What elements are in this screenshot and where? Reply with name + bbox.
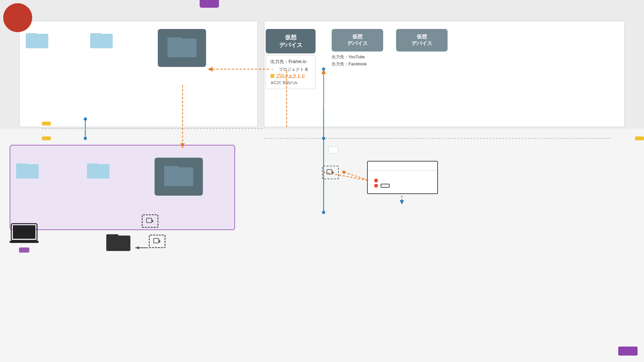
adobe-id-label — [42, 136, 51, 140]
svg-marker-33 — [332, 171, 334, 174]
svg-rect-32 — [327, 170, 332, 174]
studio-label — [618, 347, 638, 356]
svg-marker-22 — [152, 219, 154, 223]
svg-rect-23 — [154, 238, 159, 243]
right-video-icon — [322, 166, 339, 179]
virtual-device-1: 仮想デバイス 出力先：Frame.io ・ プロジェクト B プロジェクト C … — [266, 29, 316, 89]
svg-rect-28 — [13, 225, 35, 239]
top-project-b — [90, 31, 113, 50]
atomos-badge — [3, 3, 32, 32]
download-video-icon — [142, 214, 158, 228]
connect-box — [367, 161, 438, 194]
batch-box — [328, 146, 338, 153]
svg-marker-26 — [135, 246, 139, 249]
bottom-project-a — [16, 161, 39, 181]
bottom-project-b — [87, 161, 109, 181]
download-area — [142, 212, 158, 228]
virtual-device-3: 仮想デバイス — [396, 29, 448, 54]
atomos-id-label — [635, 136, 644, 140]
cloud-header — [200, 0, 219, 8]
import-area — [149, 233, 166, 248]
virtual-device-2: 仮想デバイス 出力先：YouTube 出力先：Facebook — [332, 29, 383, 67]
svg-rect-21 — [147, 218, 152, 223]
frameio-id-label — [42, 122, 51, 125]
top-project-a — [26, 31, 48, 51]
import-arrow — [132, 246, 148, 251]
bottom-project-c — [155, 158, 203, 196]
svg-marker-24 — [159, 240, 161, 243]
p-project — [106, 232, 130, 252]
svg-rect-31 — [106, 234, 118, 239]
import-video-icon — [149, 235, 166, 248]
desktop-premiere — [10, 222, 39, 253]
svg-rect-29 — [10, 241, 39, 243]
top-project-c — [158, 29, 206, 67]
